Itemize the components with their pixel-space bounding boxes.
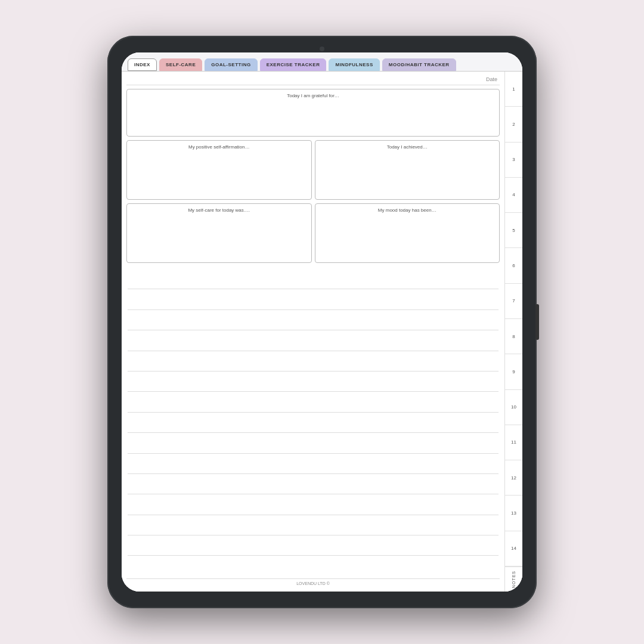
number-tab-7[interactable]: 7 [505,284,522,319]
mood-label: My mood today has been… [319,208,496,213]
mood-box[interactable]: My mood today has been… [315,203,500,263]
notebook: INDEX SELF-CARE GOAL-SETTING EXERCISE TR… [122,52,522,592]
number-tabs: 1 2 3 4 5 6 7 8 9 10 11 12 13 14 [504,72,522,592]
page-content: Date Today I am grateful for… My positiv… [122,71,522,592]
line-14 [128,555,499,556]
rings-container [122,52,123,592]
achieved-box[interactable]: Today I achieved… [315,140,500,200]
ipad-screen: INDEX SELF-CARE GOAL-SETTING EXERCISE TR… [122,52,522,592]
affirmation-label: My positive self-affirmation… [131,144,308,150]
date-label: Date [486,76,497,82]
number-tab-2[interactable]: 2 [505,107,522,142]
tab-mood[interactable]: MOOD/HABIT TRACKER [382,58,456,71]
achieved-label: Today I achieved… [319,144,496,150]
tab-exercise[interactable]: EXERCISE TRACKER [260,58,327,71]
number-tab-12[interactable]: 12 [505,460,522,496]
selfcare-mood-row: My self-care for today was…. My mood tod… [126,203,500,263]
line-1 [128,289,499,289]
number-tab-6[interactable]: 6 [505,248,522,283]
lined-area [126,267,500,578]
line-6 [128,391,499,392]
number-tab-14[interactable]: 14 [505,531,522,566]
footer-text: LOVENDU LTD © [296,581,330,586]
notes-tab[interactable]: NOTES [505,566,522,592]
gratitude-label: Today I am grateful for… [131,93,496,98]
page-footer: LOVENDU LTD © [126,578,500,588]
selfcare-label: My self-care for today was…. [131,208,308,213]
selfcare-box[interactable]: My self-care for today was…. [126,203,312,263]
date-row: Date [126,75,500,85]
number-tab-3[interactable]: 3 [505,143,522,178]
line-4 [128,351,499,351]
number-tab-4[interactable]: 4 [505,178,522,213]
line-12 [128,515,499,515]
tabs-row: INDEX SELF-CARE GOAL-SETTING EXERCISE TR… [122,52,522,71]
line-3 [128,330,499,330]
number-tab-1[interactable]: 1 [505,72,522,107]
line-13 [128,535,499,535]
ipad-frame: INDEX SELF-CARE GOAL-SETTING EXERCISE TR… [107,36,537,608]
affirmation-achieved-row: My positive self-affirmation… Today I ac… [126,140,500,200]
number-tab-11[interactable]: 11 [505,425,522,460]
tab-mindfulness[interactable]: MINDFULNESS [329,58,379,71]
affirmation-box[interactable]: My positive self-affirmation… [126,140,312,200]
line-9 [128,453,499,454]
number-tab-8[interactable]: 8 [505,319,522,354]
line-7 [128,412,499,413]
tab-goalsetting[interactable]: GOAL-SETTING [205,58,257,71]
line-5 [128,371,499,371]
tab-index[interactable]: INDEX [128,58,157,71]
number-tab-10[interactable]: 10 [505,390,522,425]
gratitude-box[interactable]: Today I am grateful for… [126,89,500,137]
number-tab-9[interactable]: 9 [505,354,522,389]
tab-selfcare[interactable]: SELF-CARE [159,58,202,71]
line-8 [128,432,499,433]
main-page: INDEX SELF-CARE GOAL-SETTING EXERCISE TR… [122,52,522,592]
line-2 [128,309,499,310]
line-11 [128,494,499,494]
number-tab-13[interactable]: 13 [505,496,522,531]
writing-area: Date Today I am grateful for… My positiv… [122,72,504,592]
number-tab-5[interactable]: 5 [505,213,522,248]
line-10 [128,473,499,474]
